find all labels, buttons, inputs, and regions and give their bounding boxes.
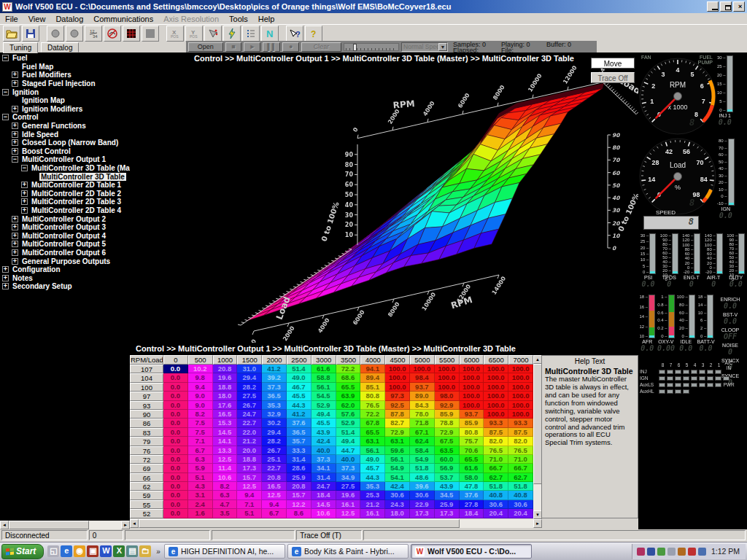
table-cell[interactable]: 62.7 [508,473,533,482]
expand-icon[interactable]: + [12,131,18,138]
row-header-107[interactable]: 107 [130,365,163,373]
table-cell[interactable]: 5.1 [237,509,262,518]
quick-launch-icon-6[interactable]: X [113,545,125,557]
table-cell[interactable]: 10.6 [213,473,238,482]
table-cell[interactable]: 47.8 [460,482,484,491]
tree-item-closed-loop-narrow-band-[interactable]: +Closed Loop (Narrow Band) [0,139,130,147]
table-cell[interactable]: 1.6 [188,509,213,518]
tray-icon-3[interactable] [678,548,686,556]
table-cell[interactable]: 20.4 [508,509,533,518]
table-cell[interactable]: 52.9 [311,401,336,410]
tree-item-multicontroller-2d-table-3[interactable]: +MultiController 2D Table 3 [0,198,130,206]
menu-communications[interactable]: Communications [88,14,158,24]
table-cell[interactable]: 41.2 [287,410,311,419]
table-cell[interactable]: 61.6 [311,365,336,373]
table-cell[interactable]: 100.0 [484,383,508,392]
table-cell[interactable]: 19.6 [336,491,361,499]
tray-icon-7[interactable] [637,548,645,556]
trace-pointer-icon[interactable] [204,26,222,42]
row-header-72[interactable]: 72 [130,455,163,464]
table-cell[interactable]: 29.4 [262,428,287,437]
table-cell[interactable]: 22.9 [410,500,435,509]
table-cell[interactable]: 58.0 [460,473,484,482]
table-cell[interactable]: 87.8 [385,410,410,419]
table-cell[interactable]: 68.6 [336,373,361,382]
table-cell[interactable]: 60.0 [435,455,460,464]
table-cell[interactable]: 34.1 [311,464,336,472]
tree-item-boost-control[interactable]: +Boost Control [0,147,130,156]
table-cell[interactable]: 17.3 [237,464,262,472]
table-cell[interactable]: 93.3 [508,419,533,427]
tree-item-ignition-map[interactable]: Ignition Map [0,96,130,105]
table-cell[interactable]: 97.3 [385,392,410,400]
table-cell[interactable]: 18.0 [385,509,410,518]
table-cell[interactable]: 28.2 [262,437,287,446]
table-cell[interactable]: 61.6 [460,464,484,472]
about-help-icon[interactable]: ? [305,26,322,42]
table-cell[interactable]: 25.1 [262,455,287,464]
row-header-104[interactable]: 104 [130,373,163,382]
table-cell[interactable]: 27.5 [237,392,262,400]
table-cell[interactable]: 84.3 [410,401,435,410]
tree-item-multicontroller-output-3[interactable]: +MultiController Output 3 [0,223,130,232]
table-cell[interactable]: 19.6 [213,373,238,382]
quick-launch-icon-3[interactable]: ◉ [74,545,85,557]
table-cell[interactable]: 22.0 [237,428,262,437]
table-cell[interactable]: 7.1 [188,437,213,446]
table-cell[interactable]: 16.1 [360,509,385,518]
table-cell[interactable]: 67.5 [435,437,460,446]
table-cell[interactable]: 71.8 [410,419,435,427]
column-header-0[interactable]: 0 [163,355,188,365]
table-cell[interactable]: 0.0 [163,392,188,400]
row-header-52[interactable]: 52 [130,509,163,518]
table-cell[interactable]: 12.2 [287,500,311,509]
save-icon[interactable] [22,26,39,42]
table-cell[interactable]: 30.6 [385,491,410,499]
table-cell[interactable]: 56.1 [311,383,336,392]
tree-item-idle-speed[interactable]: +Idle Speed [0,130,130,139]
table-cell[interactable]: 98.0 [435,392,460,400]
table-cell[interactable]: 92.9 [435,401,460,410]
tab-tuning[interactable]: Tuning [3,42,38,53]
play-button[interactable]: ► [244,42,260,52]
scroll-left-icon[interactable]: ◄ [130,519,139,528]
table-cell[interactable]: 78.0 [410,410,435,419]
column-header-3000[interactable]: 3000 [311,355,336,365]
table-cell[interactable]: 17.3 [435,509,460,518]
table-cell[interactable]: 3.5 [213,509,238,518]
table-cell[interactable]: 100.0 [508,365,533,373]
minimize-button[interactable] [707,1,719,12]
context-help-icon[interactable]: ? [286,26,303,42]
table-cell[interactable]: 25.9 [435,500,460,509]
table-cell[interactable]: 12.5 [213,455,238,464]
title-bar[interactable]: W Wolf V500 ECU - C:\Documents and Setti… [0,0,747,13]
table-cell[interactable]: 100.0 [435,373,460,382]
list-view-icon[interactable] [242,26,260,42]
open-log-button[interactable]: Open Log [188,42,223,52]
tree-item-ignition[interactable]: −Ignition [0,88,130,96]
table-cell[interactable]: 66.7 [484,464,508,472]
table-cell[interactable]: 8.6 [287,509,311,518]
table-cell[interactable]: 45.5 [311,419,336,427]
table-cell[interactable]: 100.0 [460,373,484,382]
table-cell[interactable]: 30.6 [508,500,533,509]
table-cell[interactable]: 31.0 [237,365,262,373]
table-cell[interactable]: 42.4 [385,482,410,491]
tree-item-multicontroller-output-4[interactable]: +MultiController Output 4 [0,231,130,240]
task-button-wolf-v500-ecu-c-do-[interactable]: WWolf V500 ECU - C:\Do... [411,544,532,559]
table-cell[interactable]: 48.6 [410,473,435,482]
column-header-2500[interactable]: 2500 [287,355,311,365]
table-cell[interactable]: 51.4 [336,428,361,437]
row-header-76[interactable]: 76 [130,446,163,455]
table-cell[interactable]: 62.0 [336,401,361,410]
menu-view[interactable]: View [23,14,51,24]
row-header-86[interactable]: 86 [130,419,163,427]
tree-item-multicontroller-output-5[interactable]: +MultiController Output 5 [0,240,130,249]
table-cell[interactable]: 20.4 [484,509,508,518]
table-cell[interactable]: 44.7 [336,446,361,455]
table-cell[interactable]: 25.9 [287,473,311,482]
menu-file[interactable]: File [0,14,23,24]
table-cell[interactable]: 20.0 [237,446,262,455]
table-cell[interactable]: 49.0 [287,373,311,382]
close-button[interactable]: × [733,1,745,12]
